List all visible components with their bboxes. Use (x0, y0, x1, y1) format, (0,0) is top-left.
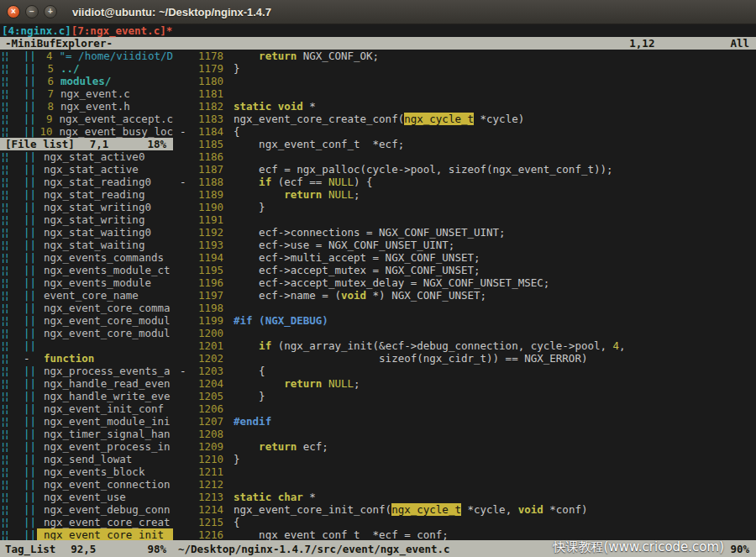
code-token: NGX_CONF_OK; (297, 50, 379, 62)
code-token: static (234, 100, 271, 113)
tag-list-item[interactable]: ¦¦||ngx_event_process_in (0, 440, 173, 453)
file-name: ngx_event_accept.c (53, 113, 173, 125)
tag-list-item[interactable]: ¦¦||ngx_events_module_ct (0, 264, 173, 276)
code-line[interactable]: -1188 if (ecf == NULL) { (176, 176, 756, 188)
tag-list-item[interactable]: ¦¦||ngx_event_core_creat (0, 516, 173, 528)
code-line[interactable]: 1216 ngx_event_conf_t *ecf = conf; (176, 528, 756, 540)
code-line[interactable]: 1202 sizeof(ngx_cidr_t)) == NGX_ERROR) (176, 352, 756, 365)
file-list-item[interactable]: ¦¦||7ngx_event.c (0, 87, 173, 100)
code-line[interactable]: 1209 return ecf; (176, 440, 756, 453)
code-line[interactable]: 1183ngx_event_core_create_conf(ngx_cycle… (176, 113, 756, 125)
tag-list-item[interactable]: ¦¦||ngx_stat_waiting0 (0, 226, 173, 239)
code-line[interactable]: -1184{ (176, 125, 756, 138)
code-line[interactable]: 1194 ecf->multi_accept = NGX_CONF_UNSET; (176, 251, 756, 264)
code-line[interactable]: 1212 (176, 478, 756, 491)
tag-list-item[interactable]: ¦¦||ngx_stat_reading (0, 188, 173, 201)
code-line[interactable]: 1186 (176, 150, 756, 163)
code-line[interactable]: 1182static void * (176, 100, 756, 113)
code-line[interactable]: 1214ngx_event_core_init_conf(ngx_cycle_t… (176, 503, 756, 516)
file-list-item[interactable]: ¦¦||6modules/ (0, 75, 173, 87)
fold-marker (176, 352, 190, 365)
code-line[interactable]: 1215{ (176, 516, 756, 528)
code-line[interactable]: 1190 } (176, 201, 756, 213)
tag-list-item[interactable]: ¦¦||ngx_events_module (0, 276, 173, 289)
tag-list-item[interactable]: ¦¦||ngx_event_core_init_ (0, 528, 173, 540)
code-line[interactable]: 1211 (176, 465, 756, 478)
code-token (234, 339, 259, 352)
editor-pane[interactable]: 1178 return NGX_CONF_OK;1179}11801181118… (173, 50, 756, 540)
file-list-item[interactable]: ¦¦||8ngx_event.h (0, 100, 173, 113)
code-token (234, 440, 259, 453)
file-list-item[interactable]: ¦¦||4"= /home/viidiot/D (0, 50, 173, 62)
tag-section-header[interactable]: ¦¦-function (0, 352, 173, 365)
tag-list-item[interactable]: ¦¦||ngx_stat_waiting (0, 239, 173, 251)
line-number: 1205 (190, 390, 223, 402)
code-text: if (ecf == NULL) { (223, 176, 373, 188)
code-line[interactable]: 1180 (176, 75, 756, 87)
tag-list-item[interactable]: ¦¦||ngx_process_events_a (0, 365, 173, 377)
tag-list-item[interactable]: ¦¦||ngx_event_init_conf (0, 402, 173, 415)
code-line[interactable]: 1201 if (ngx_array_init(&ecf->debug_conn… (176, 339, 756, 352)
close-button[interactable]: × (7, 5, 20, 18)
fold-marker (176, 87, 190, 100)
code-token: (ecf == (271, 176, 328, 188)
line-number: 5 (37, 62, 54, 75)
tag-list-item[interactable]: ¦¦||ngx_event_module_ini (0, 415, 173, 428)
code-line[interactable]: 1179} (176, 62, 756, 75)
code-line[interactable]: 1181 (176, 87, 756, 100)
code-line[interactable]: 1185 ngx_event_conf_t *ecf; (176, 138, 756, 150)
tag-list-item[interactable]: ¦¦||ngx_event_core_modul (0, 314, 173, 327)
tag-list-item[interactable]: ¦¦||event_core_name (0, 289, 173, 302)
tag-list-item[interactable]: ¦¦||ngx_stat_active (0, 163, 173, 176)
file-list-item[interactable]: ¦¦||9ngx_event_accept.c (0, 113, 173, 125)
fold-column-icon: || (8, 365, 37, 377)
fold-ticks-icon: ¦¦ (0, 528, 8, 540)
tag-list-item[interactable]: ¦¦||ngx_event_core_modul (0, 327, 173, 339)
code-line[interactable]: 1199#if (NGX_DEBUG) (176, 314, 756, 327)
code-line[interactable]: 1195 ecf->accept_mutex = NGX_CONF_UNSET; (176, 264, 756, 276)
code-line[interactable]: 1178 return NGX_CONF_OK; (176, 50, 756, 62)
code-line[interactable]: 1189 return NULL; (176, 188, 756, 201)
minimize-button[interactable]: − (25, 5, 39, 18)
tag-list-item[interactable]: ¦¦||ngx_events_commands (0, 251, 173, 264)
code-line[interactable]: 1191 (176, 213, 756, 226)
code-line[interactable]: 1206 (176, 402, 756, 415)
tag-list-item[interactable]: ¦¦||ngx_send_lowat (0, 453, 173, 465)
tag-list-item: ¦¦|| (0, 339, 173, 352)
code-line[interactable]: 1213static char * (176, 491, 756, 503)
tag-list-item[interactable]: ¦¦||ngx_stat_reading0 (0, 176, 173, 188)
tag-list-item[interactable]: ¦¦||ngx_handle_write_eve (0, 390, 173, 402)
fold-column-icon: || (8, 516, 37, 528)
line-number: 1214 (190, 503, 223, 516)
code-line[interactable]: 1192 ecf->connections = NGX_CONF_UNSET_U… (176, 226, 756, 239)
tag-list-item[interactable]: ¦¦||ngx_event_debug_conn (0, 503, 173, 516)
code-token: ; (354, 377, 360, 390)
code-line[interactable]: 1207#endif (176, 415, 756, 428)
tag-list-item[interactable]: ¦¦||ngx_event_core_comma (0, 302, 173, 314)
code-line[interactable]: 1187 ecf = ngx_palloc(cycle->pool, sizeo… (176, 163, 756, 176)
tag-list-item[interactable]: ¦¦||ngx_timer_signal_han (0, 428, 173, 440)
code-line[interactable]: 1205 } (176, 390, 756, 402)
code-line[interactable]: 1200 (176, 327, 756, 339)
maximize-button[interactable]: + (44, 5, 57, 18)
code-line[interactable]: 1204 return NULL; (176, 377, 756, 390)
tag-list-item[interactable]: ¦¦||ngx_stat_writing (0, 213, 173, 226)
buffer-tab[interactable]: [4:nginx.c] (2, 24, 71, 37)
tag-list-item[interactable]: ¦¦||ngx_handle_read_even (0, 377, 173, 390)
code-line[interactable]: 1210} (176, 453, 756, 465)
code-line[interactable]: 1208 (176, 428, 756, 440)
code-line[interactable]: 1197 ecf->name = (void *) NGX_CONF_UNSET… (176, 289, 756, 302)
code-line[interactable]: 1198 (176, 302, 756, 314)
tag-list-item[interactable]: ¦¦||ngx_event_connection (0, 478, 173, 491)
code-text: } (223, 390, 265, 402)
tag-list-item[interactable]: ¦¦||ngx_events_block (0, 465, 173, 478)
code-line[interactable]: 1196 ecf->accept_mutex_delay = NGX_CONF_… (176, 276, 756, 289)
buffer-tab[interactable]: [7:ngx_event.c]* (71, 24, 172, 37)
tag-list-item[interactable]: ¦¦||ngx_event_use (0, 491, 173, 503)
code-line[interactable]: -1203 { (176, 365, 756, 377)
file-list-item[interactable]: ¦¦||10ngx_event_busy_loc (0, 125, 173, 138)
tag-list-item[interactable]: ¦¦||ngx_stat_active0 (0, 150, 173, 163)
tag-list-item[interactable]: ¦¦||ngx_stat_writing0 (0, 201, 173, 213)
file-list-item[interactable]: ¦¦||5../ (0, 62, 173, 75)
code-line[interactable]: 1193 ecf->use = NGX_CONF_UNSET_UINT; (176, 239, 756, 251)
